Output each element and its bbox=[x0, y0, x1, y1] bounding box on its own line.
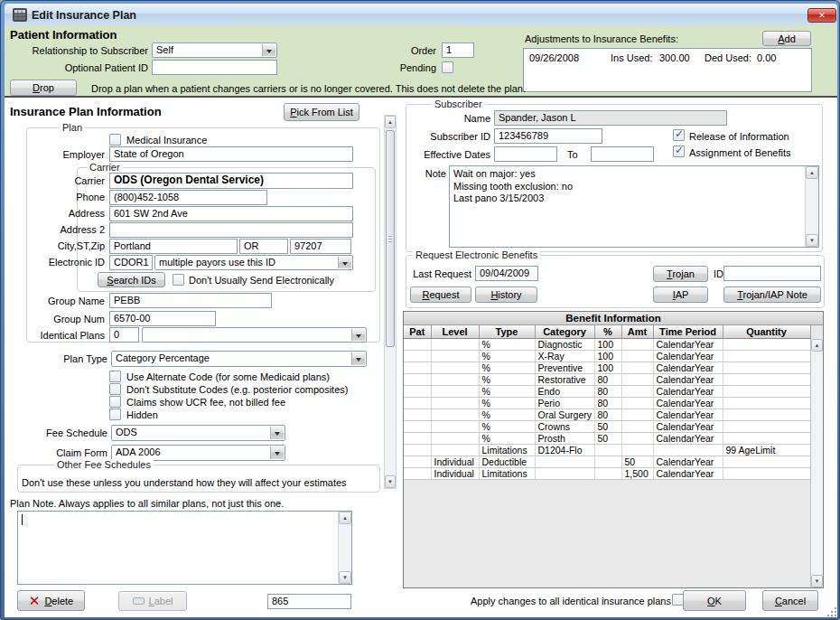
effective-from-field[interactable] bbox=[494, 146, 557, 162]
add-adjustment-button[interactable]: Add bbox=[762, 31, 811, 46]
plan-id-field[interactable]: 865 bbox=[267, 594, 351, 609]
benefit-cell[interactable] bbox=[594, 456, 621, 467]
benefit-row[interactable]: %Perio80CalendarYear bbox=[404, 397, 810, 409]
benefit-cell[interactable]: 50 bbox=[621, 456, 653, 467]
dropdown-button[interactable] bbox=[270, 446, 284, 459]
benefit-row[interactable]: IndividualDeductible50CalendarYear bbox=[404, 456, 810, 467]
benefit-cell[interactable]: Perio bbox=[535, 397, 594, 409]
assignment-of-benefits-checkbox[interactable]: ✓ bbox=[673, 146, 685, 157]
subscriber-name-field[interactable]: Spander, Jason L bbox=[494, 110, 727, 126]
benefit-cell[interactable]: 1,500 bbox=[621, 467, 653, 479]
group-name-field[interactable]: PEBB bbox=[109, 293, 272, 308]
benefit-cell[interactable] bbox=[404, 338, 431, 350]
benefit-cell[interactable]: CalendarYear bbox=[653, 456, 723, 467]
col-quantity[interactable]: Quantity bbox=[723, 325, 810, 338]
benefit-cell[interactable]: 100 bbox=[594, 338, 621, 350]
benefit-cell[interactable]: % bbox=[479, 432, 535, 444]
benefit-cell[interactable] bbox=[621, 373, 653, 385]
benefit-cell[interactable]: Endo bbox=[535, 385, 594, 397]
benefit-cell[interactable]: CalendarYear bbox=[653, 362, 723, 373]
benefit-cell[interactable] bbox=[621, 338, 653, 350]
benefit-cell[interactable]: Prosth bbox=[535, 432, 594, 444]
benefit-cell[interactable] bbox=[723, 385, 810, 397]
benefit-cell[interactable] bbox=[431, 444, 479, 456]
benefit-cell[interactable] bbox=[621, 385, 653, 397]
cancel-button[interactable]: Cancel bbox=[762, 590, 818, 611]
benefit-cell[interactable]: % bbox=[479, 409, 535, 420]
benefit-cell[interactable] bbox=[723, 409, 810, 420]
fee-schedule-dropdown[interactable]: ODS bbox=[111, 425, 285, 441]
benefit-cell[interactable] bbox=[723, 397, 810, 409]
col-pat[interactable]: Pat bbox=[404, 325, 431, 338]
delete-button[interactable]: ✕ Delete bbox=[17, 590, 85, 611]
col-category[interactable]: Category bbox=[535, 325, 594, 338]
benefit-cell[interactable]: % bbox=[479, 373, 535, 385]
dropdown-button[interactable] bbox=[262, 44, 275, 56]
benefit-cell[interactable]: Limitations bbox=[479, 467, 535, 479]
plan-note-textarea[interactable]: ▲ ▼ bbox=[17, 511, 352, 585]
group-num-field[interactable]: 6570-00 bbox=[109, 311, 216, 326]
benefit-cell[interactable] bbox=[621, 409, 653, 420]
benefit-cell[interactable] bbox=[431, 350, 479, 362]
benefit-cell[interactable] bbox=[404, 420, 431, 432]
benefit-row[interactable]: %Restorative80CalendarYear bbox=[404, 373, 810, 385]
benefit-cell[interactable] bbox=[431, 373, 479, 385]
benefit-cell[interactable]: CalendarYear bbox=[653, 373, 723, 385]
drop-button[interactable]: Drop bbox=[10, 80, 77, 96]
benefit-cell[interactable]: % bbox=[479, 420, 535, 432]
benefit-cell[interactable] bbox=[404, 350, 431, 362]
resize-grip[interactable] bbox=[827, 607, 836, 616]
plan-type-dropdown[interactable]: Category Percentage bbox=[111, 351, 367, 367]
benefit-cell[interactable] bbox=[723, 420, 810, 432]
benefit-cell[interactable]: CalendarYear bbox=[653, 385, 723, 397]
benefit-cell[interactable]: CalendarYear bbox=[653, 467, 723, 479]
benefit-row[interactable]: IndividualLimitations1,500CalendarYear bbox=[404, 467, 810, 479]
release-of-information-checkbox[interactable]: ✓ bbox=[673, 129, 685, 141]
benefit-cell[interactable] bbox=[594, 467, 621, 479]
benefit-cell[interactable] bbox=[594, 444, 621, 456]
trojan-id-field[interactable] bbox=[723, 266, 821, 281]
address2-field[interactable] bbox=[109, 222, 353, 238]
pending-checkbox[interactable] bbox=[442, 61, 453, 73]
benefit-cell[interactable]: D1204-Flo bbox=[535, 444, 594, 456]
benefit-cell[interactable]: 100 bbox=[594, 350, 621, 362]
alternate-code-checkbox[interactable] bbox=[109, 371, 121, 382]
benefit-cell[interactable]: 99 AgeLimit bbox=[723, 444, 810, 456]
scroll-down-arrow[interactable]: ▼ bbox=[385, 475, 396, 488]
col-amt[interactable]: Amt bbox=[621, 325, 653, 338]
history-button[interactable]: History bbox=[475, 287, 537, 303]
benefit-cell[interactable] bbox=[723, 338, 810, 350]
benefit-cell[interactable] bbox=[404, 467, 431, 479]
benefit-table[interactable]: Pat Level Type Category % Amt Time Perio… bbox=[404, 325, 811, 480]
search-ids-button[interactable]: Search IDs bbox=[98, 272, 165, 287]
identical-plans-count-field[interactable]: 0 bbox=[109, 327, 139, 343]
address-field[interactable]: 601 SW 2nd Ave bbox=[109, 206, 353, 221]
benefit-cell[interactable]: 80 bbox=[594, 409, 621, 420]
benefit-cell[interactable] bbox=[431, 432, 479, 444]
dropdown-button[interactable] bbox=[338, 257, 351, 268]
benefit-table-scrollbar[interactable]: ▲ ▼ bbox=[810, 339, 823, 587]
scroll-up-arrow[interactable]: ▲ bbox=[811, 339, 823, 352]
employer-field[interactable]: State of Oregon bbox=[109, 146, 353, 162]
scroll-up-arrow[interactable]: ▲ bbox=[339, 512, 351, 524]
electronic-id-field[interactable]: CDOR1 bbox=[109, 255, 153, 270]
benefit-cell[interactable] bbox=[404, 444, 431, 456]
effective-to-field[interactable] bbox=[591, 146, 654, 162]
col-time-period[interactable]: Time Period bbox=[653, 325, 723, 338]
ok-button[interactable]: OK bbox=[683, 590, 746, 611]
benefit-cell[interactable] bbox=[723, 362, 810, 373]
col-type[interactable]: Type bbox=[479, 325, 535, 338]
benefit-cell[interactable]: 100 bbox=[594, 362, 621, 373]
dropdown-button[interactable] bbox=[351, 352, 365, 365]
dont-send-electronically-checkbox[interactable] bbox=[173, 274, 184, 286]
benefit-cell[interactable]: 80 bbox=[594, 385, 621, 397]
benefit-cell[interactable] bbox=[404, 432, 431, 444]
benefit-cell[interactable] bbox=[431, 385, 479, 397]
benefit-cell[interactable] bbox=[404, 456, 431, 467]
benefit-cell[interactable]: Preventive bbox=[535, 362, 594, 373]
optional-patient-id-field[interactable] bbox=[152, 60, 277, 75]
trojan-iap-note-button[interactable]: Trojan/IAP Note bbox=[723, 287, 821, 303]
benefit-cell[interactable] bbox=[723, 467, 810, 479]
benefit-cell[interactable]: % bbox=[479, 338, 535, 350]
benefit-cell[interactable] bbox=[621, 420, 653, 432]
